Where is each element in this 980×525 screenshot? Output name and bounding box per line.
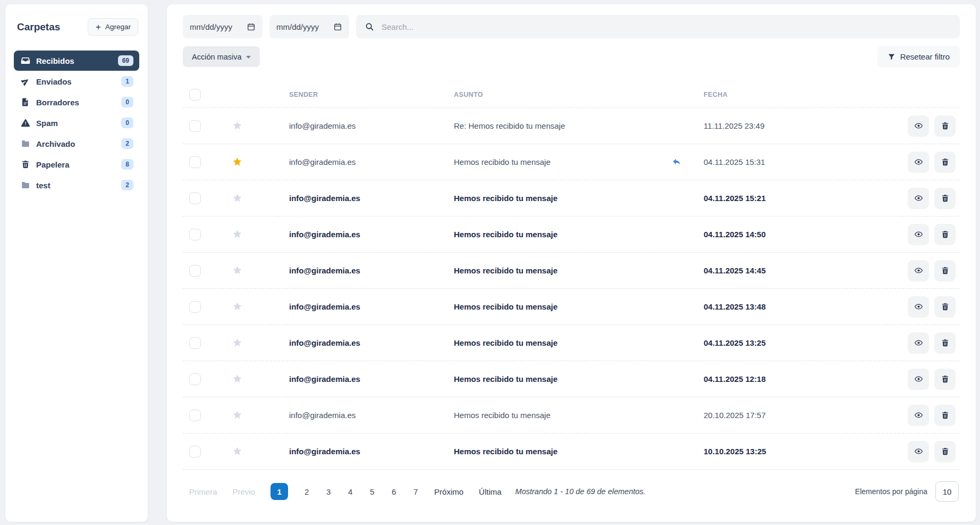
sidebar-item-spam[interactable]: Spam 0	[14, 113, 139, 133]
row-checkbox[interactable]	[189, 120, 201, 132]
date-cell: 11.11.2025 23:49	[693, 121, 900, 130]
trash-icon	[941, 266, 950, 275]
mail-row[interactable]: info@girademia.es Hemos recibido tu mens…	[183, 397, 960, 434]
date-cell: 04.11.2025 12:18	[693, 374, 900, 384]
view-mail-button[interactable]	[908, 152, 929, 173]
row-checkbox[interactable]	[189, 156, 201, 168]
row-checkbox[interactable]	[189, 193, 201, 204]
pagination-page-2[interactable]: 2	[303, 487, 310, 496]
date-cell: 10.10.2025 13:25	[693, 447, 900, 456]
pagination-page-7[interactable]: 7	[412, 487, 419, 496]
subject-cell: Hemos recibido tu mensaje	[443, 411, 672, 420]
row-checkbox[interactable]	[189, 410, 201, 421]
star-icon[interactable]	[232, 265, 243, 276]
pagination-last[interactable]: Última	[479, 487, 502, 496]
view-mail-button[interactable]	[908, 369, 929, 390]
mail-row[interactable]: info@girademia.es Hemos recibido tu mens…	[183, 180, 960, 216]
trash-icon	[941, 447, 950, 456]
pagination-page-5[interactable]: 5	[369, 487, 375, 496]
eye-icon	[914, 411, 923, 420]
sidebar-item-archivado[interactable]: Archivado 2	[14, 134, 139, 154]
sidebar-item-papelera[interactable]: Papelera 8	[14, 154, 139, 174]
mail-row[interactable]: info@girademia.es Re: Hemos recibido tu …	[183, 108, 960, 144]
reset-filter-button[interactable]: Resetear filtro	[877, 46, 960, 68]
star-icon[interactable]	[232, 373, 243, 385]
delete-mail-button[interactable]	[934, 369, 956, 390]
folder-label: Papelera	[36, 160, 115, 169]
view-mail-button[interactable]	[908, 405, 929, 426]
search-field[interactable]	[356, 15, 960, 38]
sender-cell: info@girademia.es	[278, 230, 443, 239]
view-mail-button[interactable]	[908, 296, 929, 318]
sender-cell: info@girademia.es	[278, 302, 443, 311]
star-icon[interactable]	[232, 193, 243, 204]
pagination-prev[interactable]: Previo	[233, 487, 256, 496]
sidebar-item-enviados[interactable]: Enviados 1	[14, 71, 139, 91]
sidebar-item-recibidos[interactable]: Recibidos 69	[14, 51, 139, 71]
star-icon[interactable]	[232, 120, 243, 131]
row-checkbox[interactable]	[189, 229, 201, 240]
pagination-page-6[interactable]: 6	[391, 487, 397, 496]
sender-cell: info@girademia.es	[278, 157, 443, 166]
mail-row[interactable]: info@girademia.es Hemos recibido tu mens…	[183, 289, 960, 325]
mail-row[interactable]: info@girademia.es Hemos recibido tu mens…	[183, 216, 960, 253]
mail-row[interactable]: info@girademia.es Hemos recibido tu mens…	[183, 434, 960, 470]
pagination: Primera Previo 1234567 Próximo Última	[189, 483, 502, 500]
date-cell: 04.11.2025 14:45	[693, 266, 900, 275]
date-from-input[interactable]	[190, 22, 241, 31]
search-input[interactable]	[382, 22, 951, 31]
pagination-page-4[interactable]: 4	[347, 487, 353, 496]
star-icon[interactable]	[232, 156, 243, 168]
row-checkbox[interactable]	[189, 265, 201, 277]
date-to-field[interactable]	[269, 15, 349, 38]
star-icon[interactable]	[232, 337, 243, 348]
row-checkbox[interactable]	[189, 337, 201, 349]
date-from-field[interactable]	[183, 15, 263, 38]
delete-mail-button[interactable]	[934, 260, 956, 281]
delete-mail-button[interactable]	[934, 332, 956, 354]
eye-icon	[914, 194, 923, 203]
view-mail-button[interactable]	[908, 224, 929, 245]
chevron-down-icon	[246, 56, 251, 59]
mail-row[interactable]: info@girademia.es Hemos recibido tu mens…	[183, 144, 960, 180]
pagination-next[interactable]: Próximo	[434, 487, 463, 496]
row-checkbox[interactable]	[189, 373, 201, 385]
view-mail-button[interactable]	[908, 332, 929, 354]
star-icon[interactable]	[232, 410, 243, 421]
table-header: SENDER ASUNTO FECHA	[183, 81, 960, 108]
bulk-action-dropdown[interactable]: Acción masiva	[183, 46, 260, 67]
delete-mail-button[interactable]	[934, 224, 956, 245]
delete-mail-button[interactable]	[934, 441, 956, 462]
per-page-input[interactable]	[935, 481, 959, 502]
pagination-page-1[interactable]: 1	[271, 483, 288, 500]
per-page-label: Elementos por página	[855, 487, 927, 496]
delete-mail-button[interactable]	[934, 296, 956, 318]
pagination-page-3[interactable]: 3	[325, 487, 332, 496]
search-icon	[365, 22, 374, 31]
row-checkbox[interactable]	[189, 446, 201, 457]
add-folder-button[interactable]: Agregar	[88, 18, 138, 36]
delete-mail-button[interactable]	[934, 115, 956, 137]
sidebar-item-test[interactable]: test 2	[14, 175, 139, 195]
calendar-icon[interactable]	[247, 22, 256, 31]
delete-mail-button[interactable]	[934, 405, 956, 426]
view-mail-button[interactable]	[908, 260, 929, 281]
mail-row[interactable]: info@girademia.es Hemos recibido tu mens…	[183, 253, 960, 289]
pagination-first[interactable]: Primera	[189, 487, 217, 496]
star-icon[interactable]	[232, 229, 243, 240]
row-checkbox[interactable]	[189, 301, 201, 313]
view-mail-button[interactable]	[908, 115, 929, 137]
view-mail-button[interactable]	[908, 441, 929, 462]
mail-row[interactable]: info@girademia.es Hemos recibido tu mens…	[183, 361, 960, 397]
delete-mail-button[interactable]	[934, 188, 956, 209]
star-icon[interactable]	[232, 446, 243, 457]
calendar-icon[interactable]	[333, 22, 342, 31]
star-icon[interactable]	[232, 301, 243, 312]
mail-row[interactable]: info@girademia.es Hemos recibido tu mens…	[183, 325, 960, 361]
sidebar-item-borradores[interactable]: Borradores 0	[14, 92, 139, 112]
date-to-input[interactable]	[276, 22, 328, 31]
select-all-checkbox[interactable]	[189, 89, 201, 101]
view-mail-button[interactable]	[908, 188, 929, 209]
delete-mail-button[interactable]	[934, 152, 956, 173]
trash-icon	[941, 157, 950, 166]
